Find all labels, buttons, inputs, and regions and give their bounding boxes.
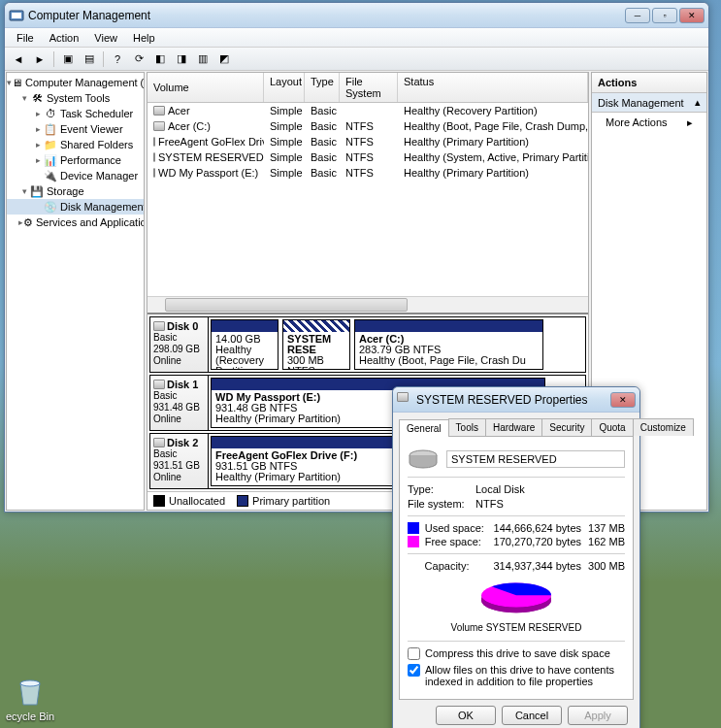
clock-icon: ⏱: [44, 107, 57, 120]
menu-file[interactable]: File: [9, 30, 42, 46]
refresh-button[interactable]: ⟳: [129, 50, 148, 69]
maximize-button[interactable]: ▫: [652, 8, 677, 23]
compress-checkbox[interactable]: [408, 647, 420, 660]
tree-storage[interactable]: ▾💾Storage: [7, 183, 144, 199]
actions-section[interactable]: Disk Management▴: [592, 93, 706, 113]
folder-icon: 📁: [44, 138, 57, 151]
cap-mb: 300 MB: [581, 560, 625, 572]
tab-tools[interactable]: Tools: [448, 418, 486, 436]
partition[interactable]: SYSTEM RESE300 MB NTFSHealthy (Syst: [282, 319, 350, 370]
used-label: Used space:: [425, 522, 491, 534]
col-filesystem[interactable]: File System: [340, 73, 398, 102]
navigation-tree[interactable]: ▾🖥Computer Management (Local) ▾🛠System T…: [6, 72, 145, 511]
fs-value: NTFS: [475, 498, 504, 510]
properties-dialog: SYSTEM RESERVED Properties ✕ General Too…: [392, 386, 640, 728]
tree-event-viewer[interactable]: ▸📋Event Viewer: [7, 121, 144, 137]
volume-list-header: Volume Layout Type File System Status: [147, 73, 588, 103]
used-bytes: 144,666,624 bytes: [491, 522, 581, 534]
window-title: Computer Management: [28, 9, 625, 22]
index-checkbox[interactable]: [408, 664, 420, 677]
tab-hardware[interactable]: Hardware: [485, 418, 542, 436]
tree-performance[interactable]: ▸📊Performance: [7, 152, 144, 168]
forward-button[interactable]: ►: [30, 50, 49, 69]
partition[interactable]: Acer (C:)283.79 GB NTFSHealthy (Boot, Pa…: [354, 319, 543, 370]
type-value: Local Disk: [475, 483, 525, 495]
volume-row[interactable]: AcerSimpleBasicHealthy (Recovery Partiti…: [147, 103, 588, 118]
apply-button[interactable]: Apply: [568, 706, 628, 725]
fs-label: File system:: [408, 498, 475, 510]
horizontal-scrollbar[interactable]: [147, 296, 588, 313]
props-title: SYSTEM RESERVED Properties: [416, 393, 610, 407]
props-close-button[interactable]: ✕: [610, 392, 636, 408]
volume-caption: Volume SYSTEM RESERVED: [408, 622, 625, 633]
services-icon: ⚙: [23, 215, 33, 229]
menu-help[interactable]: Help: [125, 30, 163, 46]
tool-button-2[interactable]: ◨: [172, 50, 191, 69]
volume-row[interactable]: Acer (C:)SimpleBasicNTFSHealthy (Boot, P…: [147, 118, 588, 134]
legend-unallocated-label: Unallocated: [169, 495, 225, 507]
tree-system-tools[interactable]: ▾🛠System Tools: [7, 90, 144, 106]
tab-quota[interactable]: Quota: [591, 418, 633, 436]
computer-icon: 🖥: [12, 76, 22, 89]
tool-button-3[interactable]: ▥: [193, 50, 213, 69]
volume-row[interactable]: FreeAgent GoFlex Drive (F:)SimpleBasicNT…: [147, 134, 588, 149]
toolbar: ◄ ► ▣ ▤ ? ⟳ ◧ ◨ ▥ ◩: [5, 48, 708, 71]
minimize-button[interactable]: ─: [625, 8, 650, 23]
tree-task-scheduler[interactable]: ▸⏱Task Scheduler: [7, 106, 144, 121]
tool-button-4[interactable]: ◩: [214, 50, 234, 69]
device-icon: 🔌: [44, 169, 57, 182]
back-button[interactable]: ◄: [9, 50, 28, 69]
tree-services[interactable]: ▸⚙Services and Applications: [7, 215, 144, 230]
partition[interactable]: 14.00 GBHealthy (Recovery Partitio: [211, 319, 279, 370]
col-volume[interactable]: Volume: [147, 73, 264, 102]
tree-root[interactable]: ▾🖥Computer Management (Local): [7, 75, 144, 90]
tab-security[interactable]: Security: [541, 418, 592, 436]
volume-row[interactable]: SYSTEM RESERVEDSimpleBasicNTFSHealthy (S…: [147, 149, 588, 165]
chevron-right-icon: ▸: [687, 116, 693, 129]
up-button[interactable]: ▣: [58, 50, 78, 69]
scroll-thumb[interactable]: [165, 298, 408, 312]
disk-label: Disk 2Basic931.51 GBOnline: [150, 434, 209, 488]
col-type[interactable]: Type: [305, 73, 340, 102]
tree-device-manager[interactable]: 🔌Device Manager: [7, 168, 144, 183]
menu-action[interactable]: Action: [42, 30, 87, 46]
tree-shared-folders[interactable]: ▸📁Shared Folders: [7, 137, 144, 152]
svg-point-5: [20, 680, 40, 686]
volume-name-input[interactable]: SYSTEM RESERVED: [446, 450, 625, 468]
menubar: File Action View Help: [5, 28, 708, 48]
tool-button-1[interactable]: ◧: [150, 50, 170, 69]
close-button[interactable]: ✕: [679, 8, 705, 23]
event-icon: 📋: [44, 122, 57, 136]
index-label: Allow files on this drive to have conten…: [425, 664, 625, 687]
tab-customize[interactable]: Customize: [633, 418, 694, 436]
used-swatch: [408, 522, 419, 534]
tab-content-general: SYSTEM RESERVED Type:Local Disk File sys…: [399, 437, 634, 700]
tree-disk-management[interactable]: 💿Disk Management: [7, 199, 144, 215]
cap-label: Capacity:: [425, 560, 491, 572]
props-titlebar[interactable]: SYSTEM RESERVED Properties ✕: [393, 387, 639, 413]
disk-label: Disk 0Basic298.09 GBOnline: [150, 317, 209, 372]
ok-button[interactable]: OK: [436, 706, 496, 725]
recycle-bin[interactable]: ecycle Bin: [6, 674, 54, 722]
help-button[interactable]: ?: [108, 50, 127, 69]
drive-icon: [153, 137, 155, 147]
cancel-button[interactable]: Cancel: [502, 706, 562, 725]
disk-label: Disk 1Basic931.48 GBOnline: [150, 376, 209, 430]
tools-icon: 🛠: [30, 91, 44, 105]
more-actions[interactable]: More Actions ▸: [592, 113, 706, 132]
volume-row[interactable]: WD My Passport (E:)SimpleBasicNTFSHealth…: [147, 165, 588, 181]
used-mb: 137 MB: [581, 522, 625, 534]
props-tabs: General Tools Hardware Security Quota Cu…: [399, 418, 634, 437]
titlebar[interactable]: Computer Management ─ ▫ ✕: [5, 3, 708, 28]
col-status[interactable]: Status: [398, 73, 588, 102]
menu-view[interactable]: View: [86, 30, 125, 46]
tab-general[interactable]: General: [399, 419, 449, 437]
recycle-bin-label: ecycle Bin: [6, 711, 54, 722]
cap-bytes: 314,937,344 bytes: [491, 560, 581, 572]
storage-icon: 💾: [30, 184, 44, 198]
volume-list[interactable]: AcerSimpleBasicHealthy (Recovery Partiti…: [147, 103, 588, 181]
legend-primary-swatch: [237, 495, 248, 507]
properties-button[interactable]: ▤: [80, 50, 99, 69]
col-layout[interactable]: Layout: [264, 73, 305, 102]
disk-row[interactable]: Disk 0Basic298.09 GBOnline14.00 GBHealth…: [149, 316, 586, 373]
